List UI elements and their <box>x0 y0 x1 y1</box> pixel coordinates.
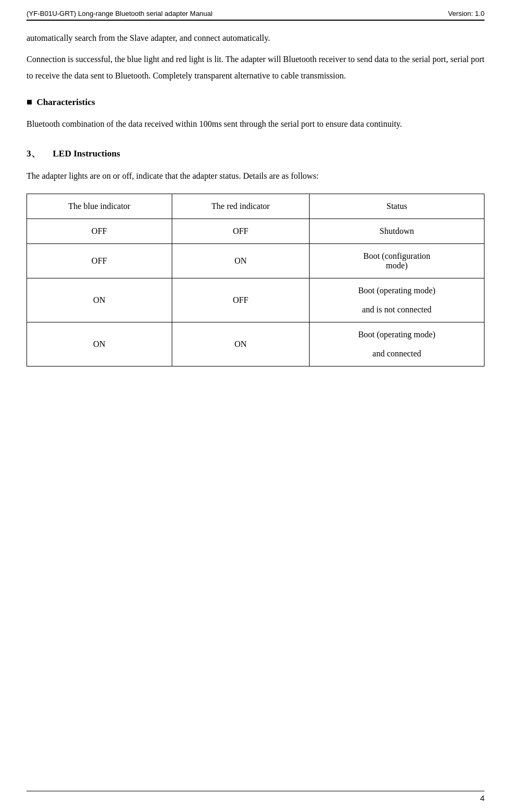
table-row: OFF ON Boot (configurationmode) <box>27 243 484 278</box>
cell-blue-0: OFF <box>27 219 172 243</box>
table-row: OFF OFF Shutdown <box>27 219 484 243</box>
paragraph-1: automatically search from the Slave adap… <box>27 30 484 46</box>
page-number: 4 <box>27 793 484 802</box>
header-bar: (YF-B01U-GRT) Long-range Bluetooth seria… <box>27 10 484 21</box>
cell-status-0: Shutdown <box>310 219 484 243</box>
footer: 4 <box>0 791 511 802</box>
cell-status-3: Boot (operating mode)and connected <box>310 322 484 366</box>
table-row: ON OFF Boot (operating mode)and is not c… <box>27 278 484 322</box>
cell-blue-2: ON <box>27 278 172 322</box>
paragraph-2: Connection is successful, the blue light… <box>27 51 484 84</box>
cell-red-2: OFF <box>172 278 310 322</box>
cell-red-1: ON <box>172 243 310 278</box>
header-title: (YF-B01U-GRT) Long-range Bluetooth seria… <box>27 10 213 18</box>
footer-divider <box>27 791 484 791</box>
cell-status-2: Boot (operating mode)and is not connecte… <box>310 278 484 322</box>
cell-status-1: Boot (configurationmode) <box>310 243 484 278</box>
col-header-blue: The blue indicator <box>27 194 172 219</box>
header-version: Version: 1.0 <box>448 10 484 18</box>
table-header-row: The blue indicator The red indicator Sta… <box>27 194 484 219</box>
led-instructions-heading: 3、LED Instructions <box>27 147 484 160</box>
cell-red-0: OFF <box>172 219 310 243</box>
page: (YF-B01U-GRT) Long-range Bluetooth seria… <box>0 0 511 812</box>
led-intro-paragraph: The adapter lights are on or off, indica… <box>27 168 484 184</box>
table-row: ON ON Boot (operating mode)and connected <box>27 322 484 366</box>
cell-blue-3: ON <box>27 322 172 366</box>
characteristics-heading: ■ Characteristics <box>27 97 484 108</box>
led-heading-num: 3、 <box>27 149 40 159</box>
led-heading-label: LED Instructions <box>53 149 120 159</box>
cell-red-3: ON <box>172 322 310 366</box>
cell-blue-1: OFF <box>27 243 172 278</box>
characteristics-body: Bluetooth combination of the data receiv… <box>27 116 484 132</box>
bullet-icon: ■ <box>27 97 32 108</box>
led-table: The blue indicator The red indicator Sta… <box>27 194 484 366</box>
col-header-red: The red indicator <box>172 194 310 219</box>
col-header-status: Status <box>310 194 484 219</box>
characteristics-heading-label: Characteristics <box>37 97 95 108</box>
